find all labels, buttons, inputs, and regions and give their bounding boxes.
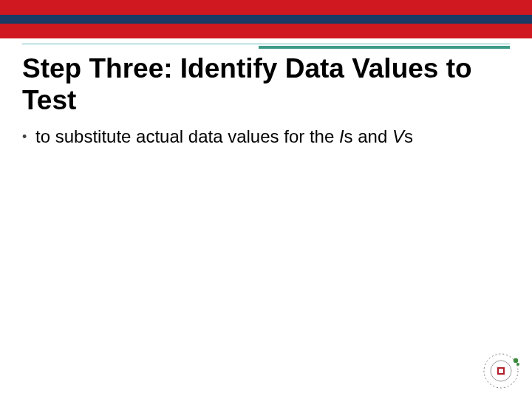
- svg-rect-3: [499, 369, 503, 373]
- bullet-text: to substitute actual data values for the…: [35, 126, 495, 148]
- svg-point-5: [516, 363, 519, 366]
- header-band-navy: [0, 15, 532, 24]
- slide-title: Step Three: Identify Data Values to Test: [22, 53, 510, 116]
- university-seal-icon: [480, 350, 522, 392]
- bullet-icon: •: [22, 126, 35, 148]
- title-divider: [22, 44, 510, 49]
- body-content: • to substitute actual data values for t…: [22, 126, 495, 148]
- list-item: • to substitute actual data values for t…: [22, 126, 495, 148]
- svg-point-4: [514, 358, 518, 363]
